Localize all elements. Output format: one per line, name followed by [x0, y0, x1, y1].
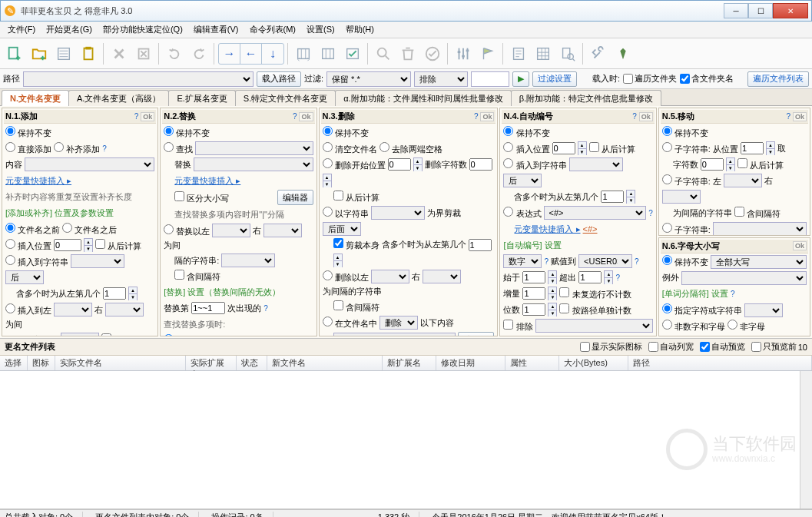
sliders-button[interactable]	[452, 42, 475, 65]
n2-varlink[interactable]: 元变量快捷插入 ▸	[174, 175, 240, 187]
help-icon[interactable]: ?	[786, 112, 790, 121]
n5-substr3-sel[interactable]	[713, 222, 807, 236]
flag-button[interactable]	[476, 42, 499, 65]
n3-cropself[interactable]: 剪裁本身	[333, 238, 379, 251]
help-icon[interactable]: ?	[731, 290, 735, 298]
n4-exclude-sel[interactable]	[535, 319, 653, 333]
n4-expr-sel[interactable]: <#>	[544, 206, 647, 220]
n1-varlink[interactable]: 元变量快捷插入 ▸	[5, 175, 71, 187]
n1-insstr[interactable]: 插入到字符串	[5, 255, 68, 268]
n4-exprhint[interactable]: <#>	[583, 224, 598, 234]
n3-bystr[interactable]: 以字符串	[323, 207, 369, 220]
n4-multi-spin[interactable]	[601, 191, 624, 203]
n3-delchars-spin[interactable]	[469, 158, 492, 171]
n3-right-sel[interactable]	[423, 270, 461, 283]
n1-right-sel[interactable]	[105, 303, 144, 316]
n4-custom[interactable]: 自定义	[563, 336, 601, 337]
n5-incdelim[interactable]: 含间隔符	[734, 207, 781, 220]
minimize-button[interactable]: ─	[724, 3, 748, 18]
path-select[interactable]	[23, 71, 254, 87]
col-path[interactable]: 路径	[628, 356, 812, 370]
help-icon[interactable]: ?	[102, 144, 107, 153]
n4-inspos[interactable]: 插入位置	[503, 142, 549, 155]
n3-delfrom[interactable]: 删除开始位置	[323, 158, 386, 171]
list-button[interactable]	[52, 42, 75, 65]
preview-button[interactable]	[556, 42, 579, 65]
col-sel[interactable]: 选择	[0, 356, 28, 370]
sort-text[interactable]	[471, 71, 509, 87]
incfolder-check[interactable]: 含文件夹名	[680, 73, 734, 85]
n5-substr3[interactable]: 子字符串:	[662, 223, 711, 236]
n6-spec-sel[interactable]	[744, 303, 783, 317]
n1-insstr-sel[interactable]	[71, 254, 124, 268]
n4-noskip[interactable]: 未复选行不计数	[559, 287, 631, 300]
col-icon[interactable]: 图标	[28, 356, 55, 370]
clear-button[interactable]	[132, 42, 155, 65]
n6-nonchar[interactable]: 非字母	[727, 320, 765, 333]
delete-button[interactable]	[108, 42, 131, 65]
n3-infile[interactable]: 在文件名中	[323, 316, 377, 330]
n1-delim-sel[interactable]: 后	[61, 333, 99, 336]
n6-keep[interactable]: 保持不变	[662, 255, 708, 268]
help-icon[interactable]: ?	[632, 112, 637, 121]
autocol-check[interactable]: 自动列宽	[648, 341, 694, 353]
recurse-check[interactable]: 遍历文件夹	[623, 73, 677, 85]
load-path-button[interactable]: 载入路径	[257, 71, 301, 87]
tab-s[interactable]: S.特定文件文件名变更	[235, 90, 336, 106]
help-icon[interactable]: ?	[293, 112, 297, 121]
n4-insstr-sel[interactable]	[569, 157, 623, 171]
col-attr[interactable]: 属性	[505, 356, 559, 370]
n3-delsel[interactable]: 删除	[379, 316, 418, 330]
n3-trim[interactable]: 去除两端空格	[379, 142, 442, 155]
notes-button[interactable]	[507, 42, 530, 65]
n3-keep[interactable]: 保持不变	[323, 126, 369, 139]
n2-find[interactable]: 查找	[164, 142, 193, 155]
cols-button[interactable]	[317, 42, 340, 65]
play-button[interactable]: ▶	[512, 71, 529, 87]
traverse-button[interactable]: 遍历文件列表	[747, 71, 809, 87]
n3-content-sel[interactable]	[333, 333, 456, 336]
n6-nondigit[interactable]: 非数字和字母	[662, 320, 725, 333]
check-button[interactable]	[421, 42, 444, 65]
n4-user-sel[interactable]: <USER0>	[578, 254, 632, 268]
n5-fromend[interactable]: 从后计算	[737, 158, 784, 171]
n6-specchar[interactable]: 指定字符或字符串	[662, 303, 742, 316]
redo-button[interactable]	[187, 42, 210, 65]
sort-select[interactable]: 排除	[414, 71, 468, 87]
n4-start-spin[interactable]	[522, 271, 545, 283]
arrow-right-button[interactable]: →	[219, 44, 240, 64]
col-newext[interactable]: 新扩展名	[383, 356, 436, 370]
n5-chars-spin[interactable]	[701, 158, 724, 171]
n1-multi-spin[interactable]	[103, 287, 126, 300]
n2-repleft[interactable]: 替换以左	[164, 224, 210, 237]
col-status[interactable]: 状态	[237, 356, 267, 370]
tab-beta[interactable]: β.附加功能：特定文件信息批量修改	[511, 90, 661, 106]
autoprev-check[interactable]: 自动预览	[700, 341, 745, 353]
add-file-button[interactable]	[3, 42, 26, 65]
n4-auto[interactable]: 自动	[531, 336, 560, 337]
showicon-check[interactable]: 显示实际图标	[580, 341, 642, 353]
n1-incdelim[interactable]: 含间隔符	[101, 333, 147, 337]
help-icon[interactable]: ?	[474, 112, 479, 121]
n4-inspos-spin[interactable]	[552, 142, 575, 154]
n5-substr2[interactable]: 子字符串: 左	[662, 174, 721, 187]
help-icon[interactable]: ?	[544, 257, 549, 266]
n1-after[interactable]: 文件名之后	[62, 223, 117, 236]
add-folder-button[interactable]	[28, 42, 51, 65]
n1-pad[interactable]: 补齐添加	[54, 142, 100, 155]
search-button[interactable]	[372, 42, 395, 65]
n1-inspos-spin[interactable]	[54, 239, 81, 251]
help-icon[interactable]: ?	[237, 336, 242, 337]
n4-exclude[interactable]: 排除	[503, 320, 532, 333]
n5-substr[interactable]: 子字符串: 从位置	[662, 142, 738, 155]
col-actual[interactable]: 实际文件名	[55, 356, 186, 370]
menu-help[interactable]: 帮助(H)	[341, 22, 379, 37]
n3-clear[interactable]: 清空文件名	[323, 142, 377, 155]
n1-keep[interactable]: 保持不变	[5, 126, 51, 139]
pin-button[interactable]	[611, 42, 635, 65]
n3-fromend[interactable]: 从后计算	[333, 191, 379, 204]
n2-find-sel[interactable]	[195, 141, 313, 155]
check-table-button[interactable]	[341, 42, 364, 65]
filter-select[interactable]: 保留 *.*	[326, 71, 411, 87]
n2-repl-sel[interactable]	[194, 157, 313, 171]
